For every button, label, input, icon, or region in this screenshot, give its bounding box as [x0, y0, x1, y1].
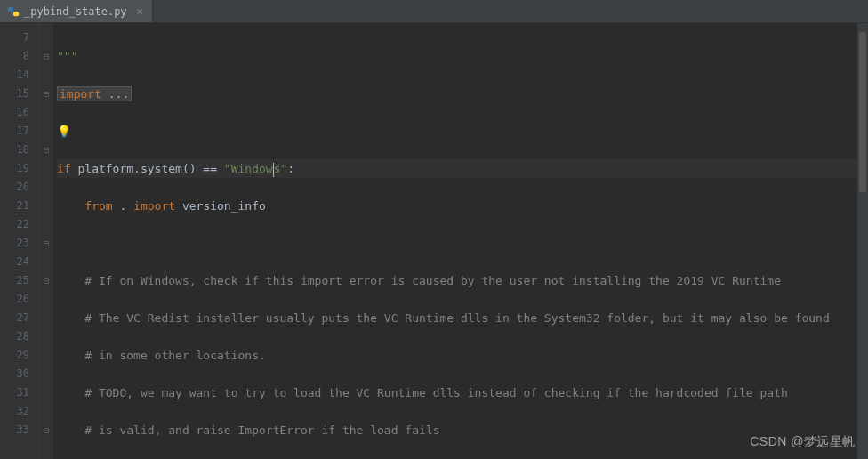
fold-toggle — [39, 197, 53, 215]
code-area[interactable]: """ import ... 💡 if platform.system() ==… — [53, 23, 868, 459]
docstring-end: """ — [57, 50, 77, 63]
fold-toggle[interactable]: ⊟ — [39, 85, 53, 103]
fold-toggle — [39, 365, 53, 383]
python-file-icon — [7, 5, 20, 18]
fold-toggle — [39, 215, 53, 234]
line-gutter: 7814151617181920212223242526272829303132… — [0, 23, 39, 459]
comment: # If on Windows, check if this import er… — [57, 274, 781, 287]
tab-filename: _pybind_state.py — [24, 5, 127, 18]
tab-bar: _pybind_state.py × — [0, 0, 868, 23]
comment: # TODO, we may want to try to load the V… — [57, 386, 788, 399]
comment: # is valid, and raise ImportError if the… — [57, 423, 439, 437]
fold-toggle — [39, 402, 53, 421]
fold-toggle — [39, 290, 53, 309]
fold-toggle — [39, 346, 53, 365]
fold-toggle — [39, 309, 53, 327]
fold-toggle — [39, 178, 53, 197]
fold-toggle — [39, 253, 53, 271]
fold-toggle — [39, 28, 53, 47]
fold-toggle[interactable]: ⊟ — [39, 421, 53, 439]
fold-toggle[interactable]: ⊟ — [39, 47, 53, 66]
folded-imports[interactable]: ... — [101, 87, 129, 101]
vertical-scrollbar[interactable] — [857, 23, 868, 459]
fold-toggle[interactable]: ⊟ — [39, 234, 53, 253]
svg-rect-1 — [13, 12, 19, 16]
comment: # The VC Redist installer usually puts t… — [57, 311, 830, 325]
svg-rect-0 — [8, 6, 13, 11]
fold-toggle — [39, 327, 53, 346]
fold-toggle — [39, 383, 53, 402]
fold-toggle[interactable]: ⊟ — [39, 271, 53, 290]
close-icon[interactable]: × — [137, 5, 143, 18]
fold-toggle — [39, 159, 53, 178]
file-tab[interactable]: _pybind_state.py × — [0, 0, 153, 22]
fold-toggle[interactable]: ⊟ — [39, 141, 53, 159]
editor: 7814151617181920212223242526272829303132… — [0, 23, 868, 459]
fold-toggle — [39, 66, 53, 85]
fold-toggle — [39, 122, 53, 141]
comment: # in some other locations. — [57, 349, 266, 362]
scrollbar-thumb[interactable] — [859, 32, 866, 192]
fold-toggle — [39, 103, 53, 122]
import-kw: import — [60, 87, 101, 101]
fold-gutter: ⊟⊟⊟⊟⊟⊟ — [39, 23, 53, 459]
watermark: CSDN @梦远星帆 — [750, 434, 856, 450]
active-line: if platform.system() == "Windows": — [57, 159, 868, 178]
lightbulb-icon[interactable]: 💡 — [57, 125, 71, 138]
